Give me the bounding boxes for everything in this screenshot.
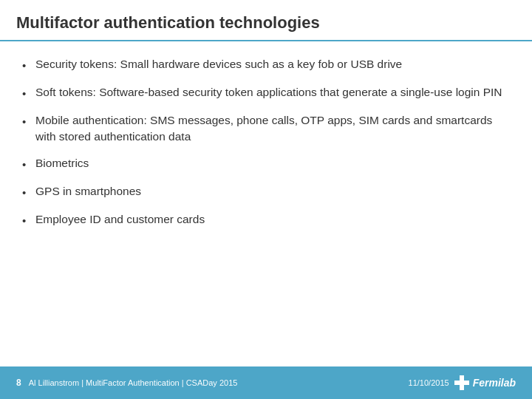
- fermilab-cross-icon: [454, 375, 470, 391]
- bullet-item-4: •Biometrics: [22, 155, 510, 173]
- page-number: 8: [16, 378, 21, 388]
- bullet-item-2: •Soft tokens: Software-based security to…: [22, 84, 510, 102]
- bullet-list: •Security tokens: Small hardware devices…: [22, 56, 510, 239]
- bullet-item-6: •Employee ID and customer cards: [22, 211, 510, 229]
- footer-left: 8 Al Lillianstrom | MultiFactor Authenti…: [16, 378, 237, 388]
- slide-content: •Security tokens: Small hardware devices…: [0, 41, 532, 366]
- slide-footer: 8 Al Lillianstrom | MultiFactor Authenti…: [0, 366, 532, 399]
- fermilab-text: Fermilab: [473, 377, 516, 389]
- bullet-dot-icon: •: [22, 157, 35, 173]
- bullet-dot-icon: •: [22, 185, 35, 201]
- fermilab-logo: Fermilab: [454, 375, 516, 391]
- bullet-dot-icon: •: [22, 58, 35, 74]
- bullet-dot-icon: •: [22, 86, 35, 102]
- footer-citation: Al Lillianstrom | MultiFactor Authentica…: [29, 378, 238, 387]
- bullet-text-2: Soft tokens: Software-based security tok…: [35, 84, 510, 100]
- bullet-item-1: •Security tokens: Small hardware devices…: [22, 56, 510, 74]
- bullet-item-3: •Mobile authentication: SMS messages, ph…: [22, 112, 510, 146]
- bullet-dot-icon: •: [22, 213, 35, 229]
- footer-date: 11/10/2015: [409, 378, 449, 387]
- bullet-text-5: GPS in smartphones: [35, 183, 510, 200]
- bullet-text-1: Security tokens: Small hardware devices …: [35, 56, 510, 72]
- svg-rect-1: [454, 381, 469, 385]
- slide-container: Multifactor authentication technologies …: [0, 0, 532, 399]
- bullet-text-4: Biometrics: [35, 155, 510, 171]
- slide-title: Multifactor authentication technologies: [16, 13, 516, 33]
- slide-header: Multifactor authentication technologies: [0, 0, 532, 41]
- bullet-text-3: Mobile authentication: SMS messages, pho…: [35, 112, 510, 146]
- bullet-text-6: Employee ID and customer cards: [35, 211, 510, 228]
- footer-right: 11/10/2015 Fermilab: [409, 375, 516, 391]
- bullet-item-5: •GPS in smartphones: [22, 183, 510, 201]
- bullet-dot-icon: •: [22, 114, 35, 130]
